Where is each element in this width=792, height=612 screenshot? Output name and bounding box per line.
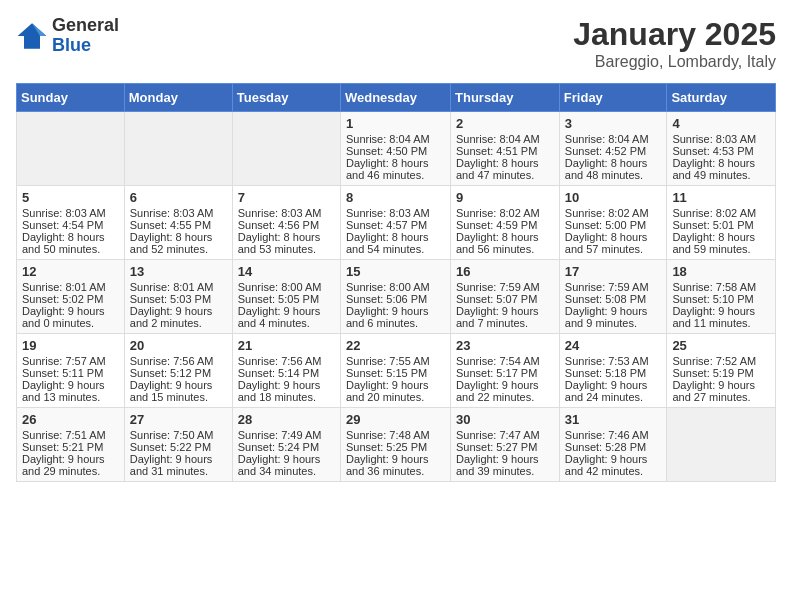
day-number: 4: [672, 116, 770, 131]
day-number: 10: [565, 190, 662, 205]
calendar-cell: 9Sunrise: 8:02 AMSunset: 4:59 PMDaylight…: [451, 186, 560, 260]
sunrise-text: Sunrise: 7:56 AM: [238, 355, 335, 367]
sunrise-text: Sunrise: 7:50 AM: [130, 429, 227, 441]
sunset-text: Sunset: 4:56 PM: [238, 219, 335, 231]
sunrise-text: Sunrise: 7:53 AM: [565, 355, 662, 367]
day-number: 19: [22, 338, 119, 353]
calendar-cell: 20Sunrise: 7:56 AMSunset: 5:12 PMDayligh…: [124, 334, 232, 408]
sunrise-text: Sunrise: 7:59 AM: [565, 281, 662, 293]
calendar-cell: 30Sunrise: 7:47 AMSunset: 5:27 PMDayligh…: [451, 408, 560, 482]
calendar-cell: 25Sunrise: 7:52 AMSunset: 5:19 PMDayligh…: [667, 334, 776, 408]
sunrise-text: Sunrise: 7:54 AM: [456, 355, 554, 367]
logo-icon: [16, 20, 48, 52]
daylight-text: Daylight: 9 hours and 24 minutes.: [565, 379, 662, 403]
sunset-text: Sunset: 5:12 PM: [130, 367, 227, 379]
daylight-text: Daylight: 8 hours and 47 minutes.: [456, 157, 554, 181]
title-area: January 2025 Bareggio, Lombardy, Italy: [573, 16, 776, 71]
day-number: 11: [672, 190, 770, 205]
daylight-text: Daylight: 9 hours and 29 minutes.: [22, 453, 119, 477]
daylight-text: Daylight: 9 hours and 6 minutes.: [346, 305, 445, 329]
day-number: 8: [346, 190, 445, 205]
calendar-cell: 24Sunrise: 7:53 AMSunset: 5:18 PMDayligh…: [559, 334, 667, 408]
sunrise-text: Sunrise: 7:48 AM: [346, 429, 445, 441]
sunset-text: Sunset: 5:17 PM: [456, 367, 554, 379]
daylight-text: Daylight: 8 hours and 56 minutes.: [456, 231, 554, 255]
calendar-cell: 14Sunrise: 8:00 AMSunset: 5:05 PMDayligh…: [232, 260, 340, 334]
logo-blue: Blue: [52, 35, 91, 55]
day-number: 31: [565, 412, 662, 427]
day-number: 16: [456, 264, 554, 279]
calendar-cell: [667, 408, 776, 482]
daylight-text: Daylight: 8 hours and 54 minutes.: [346, 231, 445, 255]
sunset-text: Sunset: 5:02 PM: [22, 293, 119, 305]
day-number: 6: [130, 190, 227, 205]
sunset-text: Sunset: 5:21 PM: [22, 441, 119, 453]
location-title: Bareggio, Lombardy, Italy: [573, 53, 776, 71]
sunrise-text: Sunrise: 8:00 AM: [238, 281, 335, 293]
calendar-cell: 27Sunrise: 7:50 AMSunset: 5:22 PMDayligh…: [124, 408, 232, 482]
calendar-cell: 22Sunrise: 7:55 AMSunset: 5:15 PMDayligh…: [340, 334, 450, 408]
sunrise-text: Sunrise: 7:59 AM: [456, 281, 554, 293]
day-number: 15: [346, 264, 445, 279]
sunset-text: Sunset: 5:08 PM: [565, 293, 662, 305]
sunset-text: Sunset: 4:55 PM: [130, 219, 227, 231]
daylight-text: Daylight: 9 hours and 36 minutes.: [346, 453, 445, 477]
daylight-text: Daylight: 9 hours and 18 minutes.: [238, 379, 335, 403]
daylight-text: Daylight: 9 hours and 39 minutes.: [456, 453, 554, 477]
daylight-text: Daylight: 8 hours and 50 minutes.: [22, 231, 119, 255]
calendar-cell: 6Sunrise: 8:03 AMSunset: 4:55 PMDaylight…: [124, 186, 232, 260]
daylight-text: Daylight: 9 hours and 15 minutes.: [130, 379, 227, 403]
daylight-text: Daylight: 9 hours and 42 minutes.: [565, 453, 662, 477]
calendar-cell: 10Sunrise: 8:02 AMSunset: 5:00 PMDayligh…: [559, 186, 667, 260]
daylight-text: Daylight: 9 hours and 20 minutes.: [346, 379, 445, 403]
day-number: 20: [130, 338, 227, 353]
calendar-week-1: 1Sunrise: 8:04 AMSunset: 4:50 PMDaylight…: [17, 112, 776, 186]
sunrise-text: Sunrise: 7:58 AM: [672, 281, 770, 293]
daylight-text: Daylight: 8 hours and 59 minutes.: [672, 231, 770, 255]
sunrise-text: Sunrise: 8:01 AM: [130, 281, 227, 293]
calendar-week-3: 12Sunrise: 8:01 AMSunset: 5:02 PMDayligh…: [17, 260, 776, 334]
sunrise-text: Sunrise: 8:03 AM: [238, 207, 335, 219]
header: General Blue January 2025 Bareggio, Lomb…: [16, 16, 776, 71]
sunrise-text: Sunrise: 7:46 AM: [565, 429, 662, 441]
calendar-cell: 7Sunrise: 8:03 AMSunset: 4:56 PMDaylight…: [232, 186, 340, 260]
sunset-text: Sunset: 5:18 PM: [565, 367, 662, 379]
calendar-cell: 4Sunrise: 8:03 AMSunset: 4:53 PMDaylight…: [667, 112, 776, 186]
day-number: 28: [238, 412, 335, 427]
calendar-cell: 19Sunrise: 7:57 AMSunset: 5:11 PMDayligh…: [17, 334, 125, 408]
daylight-text: Daylight: 8 hours and 46 minutes.: [346, 157, 445, 181]
day-number: 26: [22, 412, 119, 427]
calendar-week-2: 5Sunrise: 8:03 AMSunset: 4:54 PMDaylight…: [17, 186, 776, 260]
day-number: 23: [456, 338, 554, 353]
calendar-cell: [232, 112, 340, 186]
sunset-text: Sunset: 5:01 PM: [672, 219, 770, 231]
sunset-text: Sunset: 5:05 PM: [238, 293, 335, 305]
sunset-text: Sunset: 4:53 PM: [672, 145, 770, 157]
sunset-text: Sunset: 5:10 PM: [672, 293, 770, 305]
calendar-cell: 21Sunrise: 7:56 AMSunset: 5:14 PMDayligh…: [232, 334, 340, 408]
sunset-text: Sunset: 5:22 PM: [130, 441, 227, 453]
sunset-text: Sunset: 4:59 PM: [456, 219, 554, 231]
day-number: 24: [565, 338, 662, 353]
sunset-text: Sunset: 5:25 PM: [346, 441, 445, 453]
calendar-header-saturday: Saturday: [667, 84, 776, 112]
daylight-text: Daylight: 8 hours and 57 minutes.: [565, 231, 662, 255]
day-number: 21: [238, 338, 335, 353]
day-number: 14: [238, 264, 335, 279]
sunset-text: Sunset: 5:03 PM: [130, 293, 227, 305]
sunset-text: Sunset: 4:51 PM: [456, 145, 554, 157]
calendar-cell: 16Sunrise: 7:59 AMSunset: 5:07 PMDayligh…: [451, 260, 560, 334]
calendar-cell: 13Sunrise: 8:01 AMSunset: 5:03 PMDayligh…: [124, 260, 232, 334]
daylight-text: Daylight: 9 hours and 31 minutes.: [130, 453, 227, 477]
daylight-text: Daylight: 9 hours and 7 minutes.: [456, 305, 554, 329]
daylight-text: Daylight: 9 hours and 22 minutes.: [456, 379, 554, 403]
day-number: 5: [22, 190, 119, 205]
calendar-cell: 1Sunrise: 8:04 AMSunset: 4:50 PMDaylight…: [340, 112, 450, 186]
sunset-text: Sunset: 4:54 PM: [22, 219, 119, 231]
sunset-text: Sunset: 5:06 PM: [346, 293, 445, 305]
calendar-header-sunday: Sunday: [17, 84, 125, 112]
daylight-text: Daylight: 8 hours and 49 minutes.: [672, 157, 770, 181]
sunrise-text: Sunrise: 8:01 AM: [22, 281, 119, 293]
daylight-text: Daylight: 9 hours and 0 minutes.: [22, 305, 119, 329]
calendar-cell: 28Sunrise: 7:49 AMSunset: 5:24 PMDayligh…: [232, 408, 340, 482]
